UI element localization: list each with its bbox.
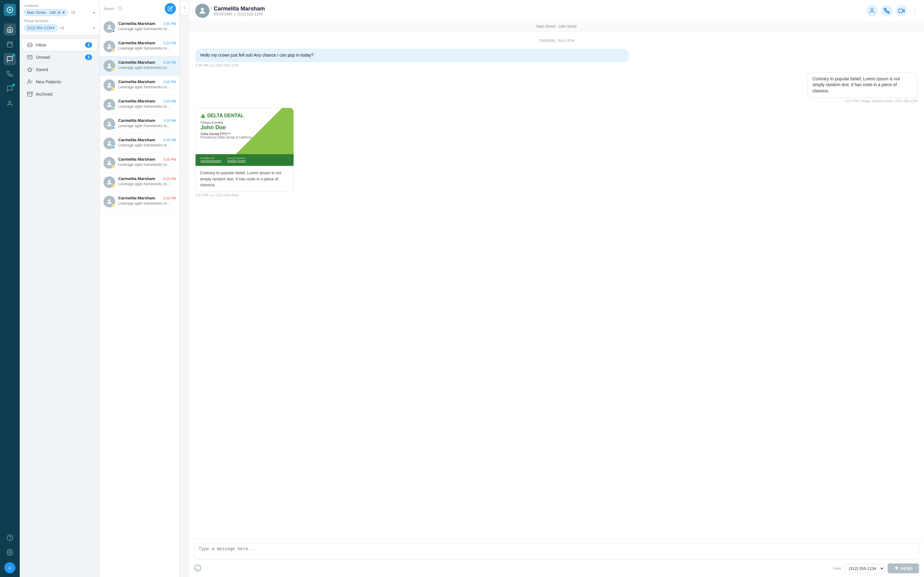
list-item[interactable]: Carmelita Marsham 3:25 PM Leverage agile…	[100, 37, 179, 56]
message-input[interactable]	[194, 543, 919, 559]
message-content: Carmelita Marsham 3:25 PM Leverage agile…	[118, 79, 176, 89]
phone-remove-btn[interactable]: ✕	[52, 26, 55, 30]
message-preview: Leverage agile frameworks to provide an …	[118, 124, 171, 128]
card-provided-by: Provided by Delta Dental of California	[200, 136, 289, 139]
message-content: Carmelita Marsham 3:25 PM Leverage agile…	[118, 157, 176, 167]
phone-extra[interactable]: +2	[60, 26, 64, 30]
svg-rect-31	[899, 9, 903, 13]
delta-dental-text: DELTA DENTAL	[207, 113, 244, 118]
sender-name: Carmelita Marsham	[118, 157, 155, 161]
message-header: Carmelita Marsham 3:25 PM	[118, 196, 176, 200]
insurance-card: DELTA DENTAL Primary Enrollee John Doe D…	[195, 108, 294, 192]
left-navigation: U	[0, 0, 20, 577]
sidebar-item-saved[interactable]: Saved	[22, 64, 97, 76]
svg-point-24	[108, 161, 110, 163]
avatar	[103, 79, 115, 91]
call-button[interactable]	[881, 5, 893, 17]
list-item[interactable]: Carmelita Marsham 3:25 PM Leverage agile…	[100, 134, 179, 153]
archived-label: Archived	[36, 92, 52, 97]
phone-tag[interactable]: (312) 555-1234 ✕	[24, 25, 58, 31]
message-time: 3:25 PM	[163, 22, 176, 26]
status-indicator	[112, 165, 115, 168]
more-options-button[interactable]: ⋮	[912, 7, 918, 15]
card-plan-type: Delta Dental PPO™	[200, 132, 289, 136]
list-item[interactable]: Carmelita Marsham 3:25 PM Leverage agile…	[100, 18, 179, 37]
nav-contacts[interactable]	[4, 97, 16, 110]
collapse-sidebar-button[interactable]	[180, 0, 189, 15]
nav-help[interactable]	[4, 532, 16, 544]
list-item[interactable]: Carmelita Marsham 3:25 PM Leverage agile…	[100, 114, 179, 134]
avatar	[103, 21, 115, 33]
nav-chat-bubble[interactable]	[4, 82, 16, 95]
sidebar-filter-panel: Locations Main Street - 14th St ✕ +2 ▾ P…	[20, 0, 100, 577]
sender-name: Carmelita Marsham	[118, 60, 155, 64]
sidebar-item-new-patients[interactable]: New Patients	[22, 76, 97, 88]
enrollee-id-section: Enrollee ID 00000000000	[200, 156, 221, 163]
sender-name: Carmelita Marsham	[118, 21, 155, 26]
video-button[interactable]	[896, 5, 907, 17]
phone-dropdown-arrow[interactable]: ▾	[93, 26, 95, 31]
new-patients-icon	[27, 79, 33, 85]
list-item[interactable]: Carmelita Marsham 3:25 PM Leverage agile…	[100, 172, 179, 192]
outgoing-bubble: Contrary to popular belief, Lorem Ipsum …	[807, 72, 918, 98]
sidebar-item-archived[interactable]: Archived	[22, 88, 97, 100]
location-tag[interactable]: Main Street - 14th St ✕	[24, 9, 68, 16]
sender-name: Carmelita Marsham	[118, 196, 155, 200]
location-dropdown-arrow[interactable]: ▾	[93, 10, 95, 15]
avatar	[103, 196, 115, 208]
patient-profile-button[interactable]	[866, 5, 878, 17]
sidebar-header: Locations Main Street - 14th St ✕ +2 ▾ P…	[20, 0, 100, 35]
message-time: 3:25 PM	[163, 177, 176, 181]
enrollee-id-value: 00000000000	[200, 160, 221, 163]
chat-location-text: Main Street - 14th Street	[536, 24, 577, 29]
message-content: Carmelita Marsham 3:25 PM Leverage agile…	[118, 40, 176, 50]
delta-dental-logo: DELTA DENTAL	[200, 113, 289, 118]
chat-messages: TUESDAY, JULY 5TH Hello my crown just fe…	[189, 31, 924, 539]
app-logo[interactable]	[4, 4, 16, 16]
avatar	[103, 99, 115, 110]
location-tag-text: Main Street - 14th St	[27, 10, 61, 15]
sidebar-item-inbox[interactable]: Inbox 3	[22, 39, 97, 51]
list-item[interactable]: Carmelita Marsham 3:25 PM Leverage agile…	[100, 192, 179, 211]
nav-phone[interactable]	[4, 68, 16, 80]
status-indicator	[112, 49, 115, 52]
svg-point-5	[9, 101, 11, 103]
user-avatar[interactable]: U	[4, 562, 15, 573]
delta-triangle-icon	[200, 114, 205, 118]
send-button[interactable]: SEND	[888, 564, 919, 573]
sidebar-item-unread[interactable]: Unread 3	[22, 52, 97, 63]
message-preview: Leverage agile frameworks to provide an …	[118, 66, 171, 70]
svg-point-20	[108, 83, 110, 85]
avatar	[103, 40, 115, 52]
send-label: SEND	[901, 566, 913, 571]
chat-user-info: Carmelita Marsham 03/25/1965 | (312) 515…	[214, 6, 862, 16]
list-item[interactable]: Carmelita Marsham 3:25 PM Leverage agile…	[100, 76, 179, 95]
list-item[interactable]: Carmelita Marsham 3:25 PM Leverage agile…	[100, 56, 179, 76]
chat-header: Carmelita Marsham 03/25/1965 | (312) 515…	[189, 0, 924, 22]
card-holder-name: John Doe	[200, 124, 289, 131]
svg-point-22	[108, 122, 110, 124]
status-indicator	[112, 68, 115, 71]
svg-point-10	[28, 80, 30, 82]
nav-home[interactable]	[4, 23, 16, 36]
list-item[interactable]: Carmelita Marsham 3:25 PM Leverage agile…	[100, 95, 179, 114]
chat-actions: ⋮	[866, 5, 918, 17]
inbox-badge: 3	[85, 42, 92, 48]
location-extra[interactable]: +2	[71, 10, 75, 15]
message-content: Carmelita Marsham 3:25 PM Leverage agile…	[118, 118, 176, 128]
list-item[interactable]: Carmelita Marsham 3:25 PM Leverage agile…	[100, 153, 179, 172]
nav-settings[interactable]	[4, 546, 16, 559]
location-remove-btn[interactable]: ✕	[62, 10, 65, 15]
message-header: Carmelita Marsham 3:25 PM	[118, 60, 176, 64]
nav-messages[interactable]	[4, 53, 16, 65]
chat-avatar	[195, 4, 210, 18]
svg-marker-9	[28, 68, 32, 72]
emoji-button[interactable]	[194, 564, 202, 573]
avatar	[103, 176, 115, 188]
nav-calendar[interactable]	[4, 38, 16, 50]
svg-marker-36	[894, 566, 898, 570]
compose-button[interactable]	[165, 3, 176, 14]
from-number-select[interactable]: (312) 555-1234	[844, 564, 885, 573]
sender-name: Carmelita Marsham	[118, 176, 155, 181]
svg-point-18	[108, 44, 110, 47]
